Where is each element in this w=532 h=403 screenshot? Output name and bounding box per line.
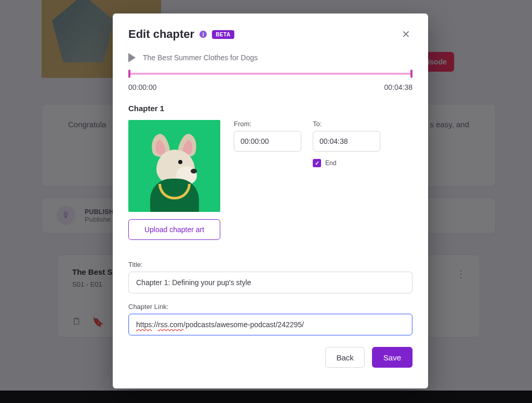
to-label: To: [313, 120, 380, 128]
link-part-sep: :// [152, 320, 158, 329]
from-label: From: [234, 120, 301, 128]
progress-track[interactable] [128, 70, 413, 78]
link-part-path: /podcasts/awesome-podcast/242295/ [183, 320, 304, 329]
info-icon[interactable]: i [200, 31, 207, 38]
upload-chapter-art-button[interactable]: Upload chapter art [128, 219, 220, 240]
time-end: 00:04:38 [384, 83, 413, 91]
title-input[interactable] [128, 272, 413, 293]
beta-badge: BETA [212, 30, 234, 39]
range-start-handle[interactable] [128, 70, 130, 78]
back-button[interactable]: Back [325, 347, 364, 368]
range-end-handle[interactable] [410, 70, 413, 78]
link-part-protocol: https [136, 320, 152, 329]
title-label: Title: [128, 261, 413, 268]
to-input[interactable] [313, 131, 380, 152]
save-button[interactable]: Save [372, 347, 413, 368]
chapter-link-label: Chapter Link: [128, 303, 413, 311]
chapter-art-preview [128, 120, 220, 212]
modal-title: Edit chapter [128, 28, 194, 41]
track-title: The Best Summer Clothes for Dogs [143, 53, 258, 62]
from-input[interactable] [234, 131, 301, 152]
chapter-link-input[interactable]: https://rss.com/podcasts/awesome-podcast… [128, 314, 413, 335]
chapter-heading: Chapter 1 [128, 104, 413, 113]
edit-chapter-modal: Edit chapter i BETA ✕ The Best Summer Cl… [113, 14, 428, 388]
play-icon[interactable] [128, 53, 136, 62]
time-start: 00:00:00 [128, 83, 157, 91]
dog-illustration [141, 132, 208, 212]
end-label: End [325, 159, 336, 167]
end-checkbox[interactable]: ✓ [313, 159, 321, 167]
close-icon[interactable]: ✕ [400, 27, 413, 42]
link-part-host: rss.com [158, 320, 183, 329]
modal-overlay: Edit chapter i BETA ✕ The Best Summer Cl… [0, 0, 532, 403]
